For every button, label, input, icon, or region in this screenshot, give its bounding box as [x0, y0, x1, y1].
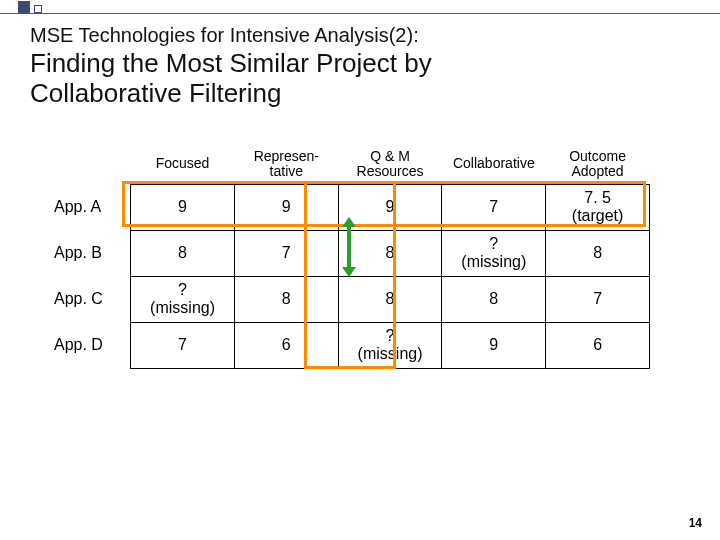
title-line-1: Finding the Most Similar Project by [30, 49, 690, 79]
cell-missing: ?(missing) [338, 322, 442, 368]
cell: 7 [546, 276, 650, 322]
pretitle: MSE Technologies for Intensive Analysis(… [30, 24, 690, 47]
table-header-row: Focused Represen-tative Q & MResources C… [50, 147, 650, 184]
data-table-wrap: Focused Represen-tative Q & MResources C… [50, 147, 650, 369]
cell: 8 [338, 276, 442, 322]
row-label: App. D [50, 322, 131, 368]
page-number: 14 [689, 516, 702, 530]
cell: 7 [131, 322, 235, 368]
row-label: App. C [50, 276, 131, 322]
cell: 8 [546, 230, 650, 276]
table-row: App. D 7 6 ?(missing) 9 6 [50, 322, 650, 368]
cell-missing: ?(missing) [131, 276, 235, 322]
cell: 8 [234, 276, 338, 322]
cell: 6 [234, 322, 338, 368]
col-focused: Focused [131, 147, 235, 184]
cell-missing: ?(missing) [442, 230, 546, 276]
bullet-filled [18, 1, 30, 13]
cell: 8 [442, 276, 546, 322]
cell: 7 [442, 184, 546, 230]
bullet-empty [34, 5, 42, 13]
title-line-2: Collaborative Filtering [30, 79, 690, 109]
cell-target: 7. 5(target) [546, 184, 650, 230]
col-collaborative: Collaborative [442, 147, 546, 184]
cell: 6 [546, 322, 650, 368]
cell: 9 [131, 184, 235, 230]
similarity-arrow-icon [347, 225, 351, 269]
table-row: App. C ?(missing) 8 8 8 7 [50, 276, 650, 322]
cell: 9 [442, 322, 546, 368]
cell: 8 [131, 230, 235, 276]
row-label: App. B [50, 230, 131, 276]
cell: 9 [234, 184, 338, 230]
col-qm-resources: Q & MResources [338, 147, 442, 184]
slide-topbar [0, 0, 720, 14]
cell: 7 [234, 230, 338, 276]
col-representative: Represen-tative [234, 147, 338, 184]
col-outcome: OutcomeAdopted [546, 147, 650, 184]
row-label: App. A [50, 184, 131, 230]
